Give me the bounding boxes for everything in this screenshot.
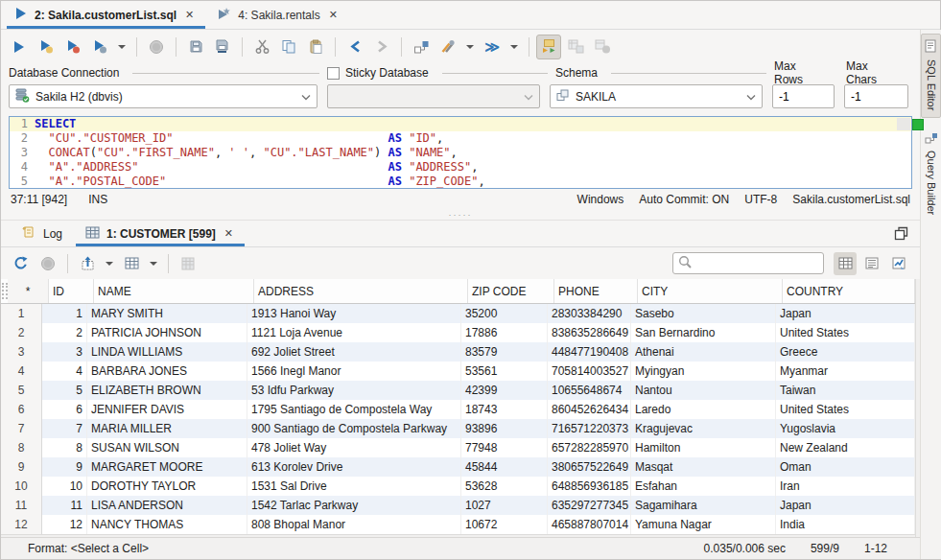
code-line[interactable]: 3 CONCAT("CU"."FIRST_NAME", ' ', "CU"."L… — [10, 146, 911, 160]
execute-dropdown-icon[interactable] — [114, 35, 129, 59]
table-row[interactable]: 1111LISA ANDERSON1542 Tarlac Parkway1027… — [1, 496, 915, 515]
paste-icon[interactable] — [303, 35, 328, 59]
cell-name[interactable]: BARBARA JONES — [87, 362, 247, 381]
grid-options-dropdown-icon[interactable] — [146, 251, 161, 276]
cell-address[interactable]: 1542 Tarlac Parkway — [247, 496, 461, 515]
code-line[interactable]: 4 "A"."ADDRESS" AS "ADDRESS", — [10, 160, 911, 175]
cell-name[interactable]: MARGARET MOORE — [87, 457, 247, 477]
cell-name[interactable]: MARY SMITH — [87, 304, 247, 323]
editor-scrollbar[interactable] — [897, 118, 910, 130]
execute-buffer-icon[interactable] — [60, 35, 85, 59]
search-input[interactable] — [695, 257, 818, 270]
navigate-back-icon[interactable] — [342, 35, 367, 59]
cell-name[interactable]: LISA ANDERSON — [87, 496, 247, 515]
cell-address[interactable]: 1795 Santiago de Compostela Way — [247, 400, 461, 419]
cell-zip[interactable]: 17886 — [461, 323, 548, 342]
execute-options-icon[interactable] — [87, 35, 112, 59]
copy-icon[interactable] — [276, 35, 301, 59]
cell-zip[interactable]: 45844 — [461, 457, 548, 477]
database-connection-select[interactable]: Sakila H2 (dbvis) — [9, 84, 318, 108]
cell-rownum[interactable]: 1 — [1, 304, 42, 323]
splitter-handle[interactable]: ····· — [1, 210, 920, 221]
cell-address[interactable]: 900 Santiago de Compostela Parkway — [247, 419, 461, 438]
table-row[interactable]: 66JENNIFER DAVIS1795 Santiago de Compost… — [1, 400, 915, 419]
cell-rownum[interactable]: 12 — [1, 515, 42, 534]
cell-rownum[interactable]: 4 — [1, 362, 42, 381]
cell-rownum[interactable]: 8 — [1, 438, 42, 457]
tab-customer-result[interactable]: 1: CUSTOMER [599] ✕ — [74, 221, 247, 246]
max-chars-input[interactable] — [844, 84, 908, 108]
table-row[interactable]: 77MARIA MILLER900 Santiago de Compostela… — [1, 419, 915, 438]
cell-country[interactable]: Myanmar — [776, 362, 915, 381]
cell-zip[interactable]: 1027 — [461, 496, 548, 515]
sql-editor[interactable]: 1SELECT2 "CU"."CUSTOMER_ID" AS "ID",3 CO… — [9, 116, 912, 189]
table-row[interactable]: 1010DOROTHY TAYLOR1531 Sal Drive53628648… — [1, 477, 915, 496]
table-row[interactable]: 1212NANCY THOMAS808 Bhopal Manor10672465… — [1, 515, 915, 534]
detach-window-icon[interactable] — [882, 221, 920, 246]
cell-address[interactable]: 692 Joliet Street — [247, 342, 461, 362]
cell-country[interactable]: Yugoslavia — [776, 419, 915, 438]
cell-country[interactable]: Oman — [776, 457, 915, 477]
cell-zip[interactable]: 10672 — [461, 515, 548, 534]
cell-phone[interactable]: 635297277345 — [548, 496, 631, 515]
cell-id[interactable]: 4 — [42, 362, 87, 381]
cell-rownum[interactable]: 10 — [1, 477, 42, 496]
sticky-database-checkbox[interactable] — [327, 67, 340, 80]
cell-id[interactable]: 5 — [42, 381, 87, 400]
cell-id[interactable]: 9 — [42, 457, 87, 477]
cell-name[interactable]: DOROTHY TAYLOR — [87, 477, 247, 496]
cell-id[interactable]: 11 — [42, 496, 87, 515]
tools-dropdown-icon[interactable] — [462, 35, 478, 59]
cell-name[interactable]: NANCY THOMAS — [87, 515, 247, 534]
cell-address[interactable]: 1531 Sal Drive — [247, 477, 461, 496]
table-row[interactable]: 22PATRICIA JOHNSON1121 Loja Avenue178868… — [1, 323, 915, 342]
cell-address[interactable]: 808 Bhopal Manor — [247, 515, 461, 534]
cell-zip[interactable]: 35200 — [461, 304, 548, 323]
cell-city[interactable]: Nantou — [631, 381, 776, 400]
cell-rownum[interactable]: 9 — [1, 457, 42, 477]
table-row[interactable]: 99MARGARET MOORE613 Korolev Drive4584438… — [1, 457, 915, 477]
column-header-name[interactable]: NAME — [94, 279, 254, 303]
cell-country[interactable]: Iran — [776, 477, 915, 496]
cell-phone[interactable]: 657282285970 — [548, 438, 631, 457]
cell-id[interactable]: 1 — [42, 304, 87, 323]
cell-id[interactable]: 10 — [42, 477, 87, 496]
cell-address[interactable]: 1913 Hanoi Way — [247, 304, 461, 323]
tab-log[interactable]: Log — [11, 221, 74, 246]
cell-zip[interactable]: 18743 — [461, 400, 548, 419]
cell-city[interactable]: Sagamihara — [631, 496, 776, 515]
max-rows-input[interactable] — [772, 84, 835, 108]
cell-zip[interactable]: 53561 — [461, 362, 548, 381]
cell-city[interactable]: Esfahan — [631, 477, 776, 496]
code-line[interactable]: 5 "A"."POSTAL_CODE" AS "ZIP_CODE", — [10, 175, 911, 189]
cell-city[interactable]: Masqat — [631, 457, 776, 477]
cell-zip[interactable]: 77948 — [461, 438, 548, 457]
table-row[interactable]: 88SUSAN WILSON478 Joliet Way779486572822… — [1, 438, 915, 457]
code-line[interactable]: 1SELECT — [10, 117, 911, 131]
close-icon[interactable]: ✕ — [183, 9, 196, 21]
column-header-rownum[interactable]: * — [8, 279, 49, 303]
cell-country[interactable]: Japan — [776, 496, 915, 515]
export-dropdown-icon[interactable] — [102, 251, 117, 276]
cell-city[interactable]: Athenai — [631, 342, 776, 362]
cell-id[interactable]: 6 — [42, 400, 87, 419]
cell-city[interactable]: Laredo — [631, 400, 776, 419]
cell-id[interactable]: 8 — [42, 438, 87, 457]
cell-city[interactable]: Kragujevac — [631, 419, 776, 438]
refresh-icon[interactable] — [9, 251, 34, 276]
cell-address[interactable]: 1566 Inegl Manor — [247, 362, 461, 381]
grid-options-icon[interactable] — [119, 251, 144, 276]
side-tab-sql-editor[interactable]: SQL Editor — [921, 34, 941, 118]
cell-name[interactable]: LINDA WILLIAMS — [87, 342, 247, 362]
continue-dropdown-icon[interactable] — [506, 35, 522, 59]
cell-country[interactable]: United States — [776, 323, 915, 342]
cell-name[interactable]: SUSAN WILSON — [87, 438, 247, 457]
column-header-address[interactable]: ADDRESS — [254, 279, 468, 303]
column-header-id[interactable]: ID — [49, 279, 94, 303]
cell-id[interactable]: 12 — [42, 515, 87, 534]
tools-icon[interactable] — [435, 35, 460, 59]
grid-view-icon[interactable] — [834, 252, 857, 275]
table-row[interactable]: 55ELIZABETH BROWN53 Idfu Parkway42399106… — [1, 381, 915, 400]
cell-id[interactable]: 2 — [42, 323, 87, 342]
cell-phone[interactable]: 465887807014 — [548, 515, 631, 534]
